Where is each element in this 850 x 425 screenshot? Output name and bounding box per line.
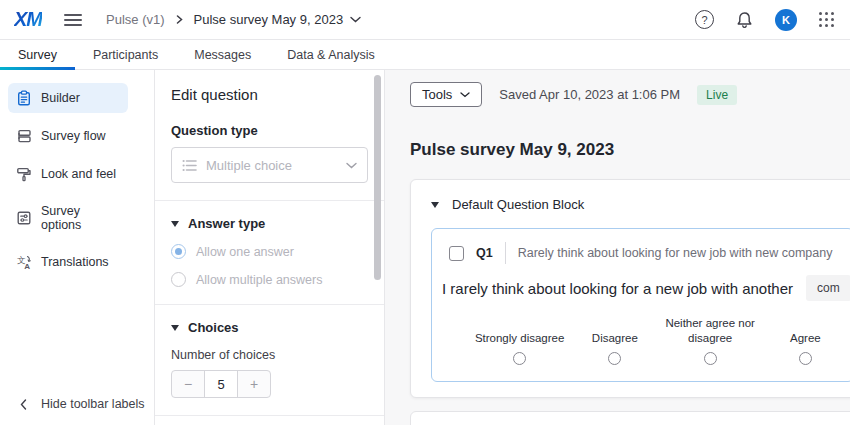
divider [505,242,506,264]
sidebar-item-survey-options[interactable]: Survey options [8,197,128,239]
question-text-row: I rarely think about looking for a new j… [442,275,850,301]
sidebar-item-label: Builder [41,91,80,105]
allow-one-answer-option[interactable]: Allow one answer [171,244,368,259]
block-header[interactable]: Default Question Block [411,180,850,224]
edit-question-panel: Edit question Question type Multiple cho… [155,70,385,425]
likert-scale-row: Strongly disagree Disagree Neither agree… [432,316,850,365]
next-question-card-partial[interactable] [410,411,850,425]
sidebar: Builder Survey flow Look and feel Survey… [0,70,155,425]
choices-label: Choices [188,320,239,335]
chevron-down-icon [346,162,357,169]
live-status-badge: Live [697,85,737,105]
tools-button[interactable]: Tools [410,82,482,107]
scale-radio-icon[interactable] [704,352,717,365]
block-collapse-caret-icon[interactable] [431,202,439,208]
collapse-caret-icon [171,221,179,227]
number-of-choices-label: Number of choices [171,348,368,362]
breadcrumb-project[interactable]: Pulse (v1) [106,12,165,27]
sidebar-item-translations[interactable]: 文A Translations [8,247,128,277]
sidebar-item-label: Survey options [41,204,120,232]
scale-option: Disagree [567,316,662,365]
hide-toolbar-labels-text: Hide toolbar labels [41,397,145,411]
app-launcher-grid-icon[interactable] [819,12,834,27]
question-card-q1[interactable]: Q1 Rarely think about looking for new jo… [431,228,850,382]
survey-title: Pulse survey May 9, 2023 [410,140,850,160]
hamburger-menu-icon[interactable] [64,14,82,26]
scale-radio-icon[interactable] [513,352,526,365]
paint-roller-icon [16,166,32,182]
hide-toolbar-labels-button[interactable]: Hide toolbar labels [20,397,145,411]
notifications-bell-icon[interactable] [736,11,753,29]
question-type-label: Question type [171,123,368,138]
scale-option: Neither agree nor disagree [663,316,758,365]
chevron-left-icon [20,399,27,410]
sliders-icon [16,210,32,226]
scale-option: Agree [758,316,850,365]
sidebar-item-builder[interactable]: Builder [8,83,128,113]
question-header-row: Q1 Rarely think about looking for new jo… [432,242,850,264]
tab-data-analysis[interactable]: Data & Analysis [269,40,393,69]
multiple-choice-list-icon [182,159,197,172]
chevron-down-icon[interactable] [350,16,361,23]
panel-scrollbar[interactable] [374,75,381,280]
divider [155,200,384,201]
decrement-button[interactable]: − [172,371,204,397]
divider [155,304,384,305]
question-id: Q1 [476,246,493,260]
question-summary: Rarely think about looking for new job w… [518,246,833,260]
allow-multiple-answers-option[interactable]: Allow multiple answers [171,272,368,287]
help-icon[interactable]: ? [695,10,714,29]
question-text[interactable]: I rarely think about looking for a new j… [442,280,793,297]
survey-canvas: Tools Saved Apr 10, 2023 at 1:06 PM Live… [385,70,850,425]
piped-text-token[interactable]: com [806,275,850,301]
sidebar-item-label: Look and feel [41,167,116,181]
scale-option: Strongly disagree [472,316,567,365]
radio-unselected-icon[interactable] [171,272,186,287]
divider [155,415,384,416]
question-type-select[interactable]: Multiple choice [171,147,368,183]
scale-radio-icon[interactable] [608,352,621,365]
sidebar-item-survey-flow[interactable]: Survey flow [8,121,128,151]
canvas-toolbar: Tools Saved Apr 10, 2023 at 1:06 PM Live [410,82,850,107]
answer-type-label: Answer type [188,216,265,231]
number-of-choices-stepper: − 5 + [171,370,271,398]
tab-survey[interactable]: Survey [0,40,75,69]
saved-status: Saved Apr 10, 2023 at 1:06 PM [499,87,680,102]
collapse-caret-icon [171,325,179,331]
scale-radio-icon[interactable] [799,352,812,365]
svg-text:A: A [24,262,30,271]
tab-bar: Survey Participants Messages Data & Anal… [0,40,850,70]
question-checkbox[interactable] [449,246,464,261]
answer-type-section-header[interactable]: Answer type [171,216,368,231]
panel-title: Edit question [171,86,368,103]
question-type-value: Multiple choice [206,158,292,173]
survey-flow-icon [16,128,32,144]
sidebar-item-label: Survey flow [41,129,106,143]
builder-clipboard-icon [16,90,32,106]
sidebar-item-look-and-feel[interactable]: Look and feel [8,159,128,189]
xm-logo: XM [14,8,42,31]
sidebar-item-label: Translations [41,255,109,269]
chevron-down-icon [460,92,470,98]
radio-selected-icon[interactable] [171,244,186,259]
increment-button[interactable]: + [238,371,270,397]
tab-messages[interactable]: Messages [176,40,269,69]
translate-icon: 文A [16,254,32,270]
top-bar-actions: ? K [695,9,834,31]
question-block-card: Default Question Block Q1 Rarely think a… [410,179,850,398]
top-bar: XM Pulse (v1) Pulse survey May 9, 2023 ?… [0,0,850,40]
choices-count-value[interactable]: 5 [204,371,238,397]
block-title: Default Question Block [452,197,584,212]
tab-participants[interactable]: Participants [75,40,176,69]
app-window: XM Pulse (v1) Pulse survey May 9, 2023 ?… [0,0,850,425]
choices-section-header[interactable]: Choices [171,320,368,335]
chevron-right-icon [175,15,184,24]
breadcrumb-survey-name[interactable]: Pulse survey May 9, 2023 [194,12,344,27]
user-avatar[interactable]: K [775,9,797,31]
